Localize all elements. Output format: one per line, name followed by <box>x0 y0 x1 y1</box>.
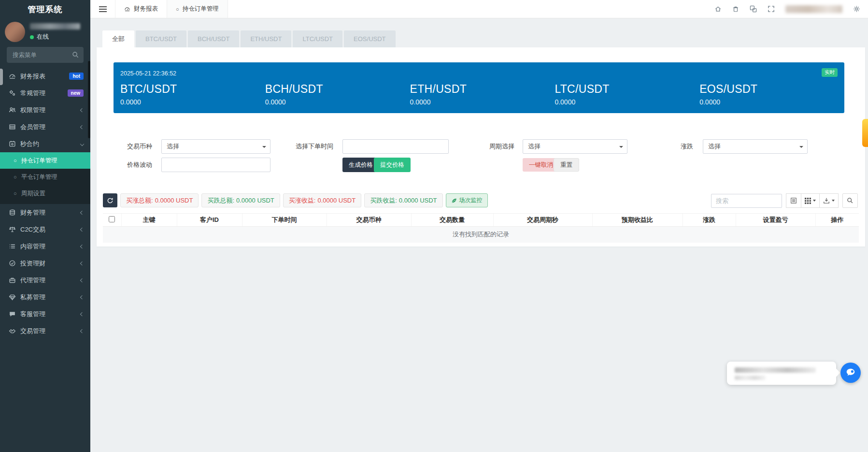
submit-price-button[interactable]: 提交价格 <box>374 158 411 172</box>
hamburger-menu-icon[interactable] <box>90 0 115 18</box>
price-wave-input[interactable] <box>161 158 270 172</box>
sidebar-item-private-fund[interactable]: 私募管理 <box>0 289 90 306</box>
trash-icon[interactable] <box>732 5 739 13</box>
updown-select[interactable]: 选择 <box>703 139 808 154</box>
chevron-left-icon <box>80 295 84 299</box>
main-content: 全部 BTC/USDT BCH/USDT ETH/USDT LTC/USDT E… <box>90 18 868 452</box>
select-all-checkbox[interactable] <box>109 216 115 222</box>
col-updown: 涨跌 <box>683 214 736 227</box>
detail-view-button[interactable] <box>786 193 801 208</box>
col-amount: 交易数量 <box>411 214 493 227</box>
left-scroll-indicator[interactable] <box>0 69 3 85</box>
leaf-icon <box>451 198 457 204</box>
sidebar-item-finance-mgmt[interactable]: 财务管理 <box>0 204 90 221</box>
circle-icon: ○ <box>14 158 17 163</box>
sidebar-item-label: 周期设置 <box>21 190 45 198</box>
tab-eos-usdt[interactable]: EOS/USDT <box>344 30 395 47</box>
topbar-actions <box>714 0 868 18</box>
sidebar-item-permission-mgmt[interactable]: 权限管理 <box>0 102 90 118</box>
caret-down-icon <box>813 200 816 202</box>
select-all-cell <box>103 214 121 227</box>
admin-app: 管理系统 在线 财务报表 hot <box>0 0 868 452</box>
export-button[interactable] <box>820 193 839 208</box>
sidebar-item-agent-mgmt[interactable]: 代理管理 <box>0 272 90 289</box>
col-primary-key: 主键 <box>121 214 177 227</box>
orders-table: 主键 客户ID 下单时间 交易币种 交易数量 交易周期秒 预期收益比 涨跌 设置… <box>103 213 859 243</box>
price-wave-label: 价格波动 <box>127 158 152 172</box>
currency-select[interactable]: 选择 <box>161 139 270 154</box>
tab-ltc-usdt[interactable]: LTC/USDT <box>293 30 342 47</box>
feedback-edge-tab[interactable] <box>862 119 868 147</box>
sidebar-item-label: 代理管理 <box>20 276 45 285</box>
session-monitor-button[interactable]: 场次监控 <box>446 193 488 207</box>
caret-down-icon <box>619 146 623 148</box>
sidebar-item-open-orders[interactable]: ○ 持仓订单管理 <box>0 152 90 169</box>
sidebar-item-general-mgmt[interactable]: 常规管理 new <box>0 85 90 102</box>
reset-button[interactable]: 重置 <box>554 158 579 172</box>
banner-pair: EOS/USDT 0.0000 <box>699 83 844 106</box>
chevron-left-icon <box>80 210 84 214</box>
table-toolbar <box>711 193 858 208</box>
sidebar-item-label: 财务管理 <box>20 208 45 217</box>
search-icon <box>72 51 79 58</box>
order-time-filter-label: 选择下单时间 <box>296 139 333 154</box>
sidebar-item-label: C2C交易 <box>20 225 45 234</box>
user-name-redacted <box>30 23 80 29</box>
sidebar-item-closed-orders[interactable]: ○ 平仓订单管理 <box>0 169 90 185</box>
sidebar-item-trade-mgmt[interactable]: 交易管理 <box>0 322 90 339</box>
chat-button[interactable] <box>840 363 861 383</box>
settings-gear-icon[interactable] <box>853 5 860 13</box>
banner-pair: BCH/USDT 0.0000 <box>265 83 410 106</box>
chevron-left-icon <box>80 244 84 248</box>
fullscreen-icon[interactable] <box>768 5 775 13</box>
sidebar-item-c2c-trade[interactable]: C2C交易 <box>0 221 90 238</box>
detail-view-icon <box>790 197 797 204</box>
sidebar-item-customer-service[interactable]: 客服管理 <box>0 306 90 322</box>
sidebar-item-label: 交易管理 <box>20 327 45 335</box>
sidebar-item-finance-report[interactable]: 财务报表 hot <box>0 68 90 85</box>
home-icon[interactable] <box>714 5 722 13</box>
sidebar-item-label: 投资理财 <box>20 259 45 268</box>
banner-pair: ETH/USDT 0.0000 <box>410 83 555 106</box>
topbar-tab-open-orders[interactable]: ○ 持仓订单管理 <box>167 0 228 18</box>
orders-card: 2025-05-21 22:36:52 实时 BTC/USDT 0.0000 B… <box>97 47 865 247</box>
sidebar-item-content-mgmt[interactable]: 内容管理 <box>0 238 90 255</box>
topbar: 财务报表 ○ 持仓订单管理 <box>90 0 868 18</box>
advanced-search-button[interactable] <box>842 193 858 208</box>
tab-eth-usdt[interactable]: ETH/USDT <box>241 30 291 47</box>
chevron-left-icon <box>80 227 84 231</box>
period-select[interactable]: 选择 <box>523 139 627 154</box>
briefcase-icon <box>8 277 16 284</box>
user-name-redacted[interactable] <box>785 5 842 13</box>
sidebar-scrollbar[interactable] <box>88 61 90 138</box>
refresh-button[interactable] <box>103 193 117 207</box>
banner-pair: BTC/USDT 0.0000 <box>120 83 265 106</box>
stat-buy-up-profit: 买涨收益:0.0000 USDT <box>283 193 361 207</box>
sidebar-item-period-settings[interactable]: ○ 周期设置 <box>0 185 90 202</box>
invest-circle-icon <box>8 260 16 267</box>
chat-tooltip <box>727 362 836 385</box>
tab-btc-usdt[interactable]: BTC/USDT <box>136 30 186 47</box>
sidebar-item-investment[interactable]: 投资理财 <box>0 255 90 272</box>
sidebar-item-member-mgmt[interactable]: 会员管理 <box>0 118 90 135</box>
col-order-time: 下单时间 <box>242 214 327 227</box>
tab-bch-usdt[interactable]: BCH/USDT <box>188 30 239 47</box>
table-search-input[interactable] <box>711 194 782 208</box>
order-time-input[interactable] <box>342 139 449 154</box>
sidebar-item-second-contract[interactable]: 秒合约 <box>0 135 90 152</box>
empty-row: 没有找到匹配的记录 <box>103 227 859 243</box>
price-banner: 2025-05-21 22:36:52 实时 BTC/USDT 0.0000 B… <box>114 62 844 113</box>
refresh-icon <box>107 197 114 204</box>
sidebar-menu: 财务报表 hot 常规管理 new 权限管理 <box>0 68 90 339</box>
chevron-left-icon <box>80 125 84 129</box>
columns-button[interactable] <box>801 193 820 208</box>
topbar-tab-finance-report[interactable]: 财务报表 <box>115 0 167 18</box>
tab-all[interactable]: 全部 <box>102 30 134 47</box>
user-status: 在线 <box>30 33 49 41</box>
language-icon[interactable] <box>750 5 757 13</box>
sidebar-item-label: 平仓订单管理 <box>21 173 57 181</box>
hot-badge: hot <box>69 73 84 80</box>
topbar-tab-label: 财务报表 <box>134 5 158 13</box>
chevron-left-icon <box>80 278 84 282</box>
table-icon <box>8 123 16 131</box>
